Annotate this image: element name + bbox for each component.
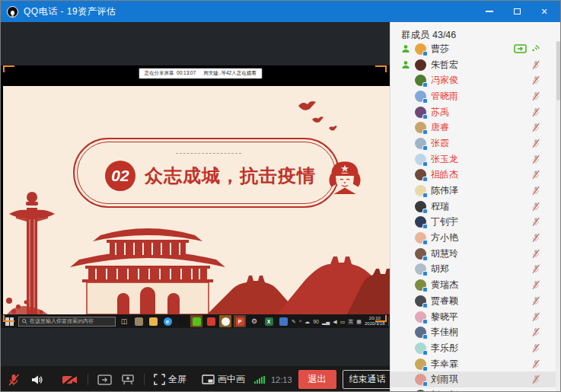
member-name: 丁钊宇 bbox=[431, 215, 458, 228]
member-list: 曹莎朱哲宏冯家俊管晓雨苏禹唐睿张霞张玉龙祖皓杰陈伟泽程瑞丁钊宇方小艳胡慧玲胡郑黄… bbox=[390, 41, 561, 392]
member-name: 张霞 bbox=[431, 137, 449, 150]
mobile-online-badge bbox=[422, 82, 428, 88]
slide-title-frame: 02 众志成城，抗击疫情 bbox=[73, 138, 339, 208]
avatar bbox=[415, 169, 426, 180]
window-title: QQ电话 - 19资产评估 bbox=[24, 5, 116, 18]
member-name: 方小艳 bbox=[431, 231, 458, 244]
volume-icon: ◀ bbox=[333, 319, 336, 324]
mobile-online-badge bbox=[422, 240, 428, 245]
close-icon: × bbox=[541, 6, 547, 17]
whiteboard-button[interactable] bbox=[121, 374, 135, 385]
avatar bbox=[415, 43, 426, 55]
file-explorer-icon bbox=[147, 315, 159, 327]
mobile-online-badge bbox=[422, 51, 428, 56]
member-row[interactable]: 刘雨新 bbox=[390, 387, 561, 392]
call-duration: 12:13 bbox=[271, 375, 292, 384]
close-button[interactable]: × bbox=[534, 4, 554, 19]
mic-muted-icon bbox=[531, 107, 540, 117]
fullscreen-button[interactable]: 全屏 bbox=[154, 373, 186, 386]
red-app-icon bbox=[205, 315, 217, 327]
mic-muted-icon bbox=[531, 359, 540, 369]
avatar bbox=[415, 154, 426, 165]
avatar bbox=[415, 107, 426, 118]
mobile-online-badge bbox=[422, 334, 428, 339]
mic-muted-icon bbox=[531, 202, 540, 212]
exit-button[interactable]: 退出 bbox=[298, 370, 336, 389]
member-row[interactable]: 冯家俊 bbox=[390, 72, 561, 88]
member-row[interactable]: 陈伟泽 bbox=[390, 183, 561, 199]
member-row[interactable]: 张玉龙 bbox=[390, 151, 561, 167]
divider bbox=[88, 374, 88, 385]
minimize-button[interactable] bbox=[480, 4, 499, 19]
member-name: 曹莎 bbox=[431, 43, 449, 56]
member-row[interactable]: 唐睿 bbox=[390, 120, 561, 135]
member-name: 张玉龙 bbox=[431, 153, 458, 166]
mic-muted-icon bbox=[531, 139, 540, 148]
member-row[interactable]: 黄瑞杰 bbox=[390, 277, 561, 293]
member-name: 李幸霖 bbox=[431, 358, 458, 371]
mobile-online-badge bbox=[422, 161, 428, 167]
member-name: 贾睿颖 bbox=[431, 295, 458, 308]
language-indicator: 英 bbox=[348, 319, 353, 324]
mobile-online-badge bbox=[422, 114, 428, 120]
member-row[interactable]: 李乐彤 bbox=[390, 340, 561, 356]
member-row[interactable]: 李佳桐 bbox=[390, 324, 561, 340]
mobile-online-badge bbox=[422, 177, 428, 182]
share-screen-button[interactable] bbox=[97, 374, 112, 385]
members-scrollbar[interactable] bbox=[556, 41, 561, 392]
member-row[interactable]: 张霞 bbox=[390, 135, 561, 151]
member-row[interactable]: 胡郑 bbox=[390, 262, 561, 278]
task-view-icon: ◫ bbox=[118, 315, 130, 327]
member-row[interactable]: 管晓雨 bbox=[390, 88, 561, 104]
member-row[interactable]: 曹莎 bbox=[390, 41, 561, 57]
mic-muted-icon bbox=[531, 296, 540, 306]
avatar bbox=[415, 122, 426, 133]
shared-windows-taskbar: 在这里输入你要搜索的内容 ◫eP⚙X ✎^☁90▂▄◀▭英▦ 20:10 202… bbox=[1, 314, 390, 328]
member-row[interactable]: 祖皓杰 bbox=[390, 167, 561, 183]
search-placeholder: 在这里输入你要搜索的内容 bbox=[30, 317, 94, 325]
mic-muted-icon bbox=[531, 60, 540, 70]
mic-muted-icon bbox=[531, 91, 540, 101]
qq-call-window: QQ电话 - 19资产评估 × 正在分享屏幕 00:13:07 周文婕..等42… bbox=[0, 0, 561, 392]
avatar bbox=[415, 75, 426, 86]
mobile-online-badge bbox=[422, 366, 428, 371]
member-name: 祖皓杰 bbox=[431, 168, 458, 181]
picture-in-picture-button[interactable]: 画中画 bbox=[202, 373, 245, 386]
mobile-online-badge bbox=[422, 98, 428, 104]
avatar bbox=[415, 343, 426, 354]
member-row[interactable]: 方小艳 bbox=[390, 230, 561, 246]
maximize-button[interactable] bbox=[507, 4, 527, 19]
excel-icon: X bbox=[263, 315, 275, 327]
pip-label: 画中画 bbox=[218, 373, 245, 386]
share-region-marker bbox=[375, 65, 387, 72]
member-row[interactable]: 李幸霖 bbox=[390, 356, 561, 372]
titlebar: QQ电话 - 19资产评估 × bbox=[1, 1, 560, 22]
taskbar-search-input: 在这里输入你要搜索的内容 bbox=[18, 317, 116, 327]
scrollbar-thumb[interactable] bbox=[556, 41, 560, 100]
member-row[interactable]: 贾睿颖 bbox=[390, 293, 561, 309]
member-row[interactable]: 苏禹 bbox=[390, 104, 561, 120]
avatar bbox=[415, 279, 426, 291]
speaker-button[interactable] bbox=[30, 373, 43, 387]
end-call-button[interactable]: 结束通话 bbox=[343, 370, 390, 389]
member-row[interactable]: 朱哲宏 bbox=[390, 57, 561, 73]
member-name: 黎晓平 bbox=[431, 311, 458, 323]
share-display-area: 正在分享屏幕 00:13:07 周文婕..等42人正在观看 bbox=[1, 22, 390, 392]
edge-icon: e bbox=[161, 315, 174, 327]
member-row[interactable]: 丁钊宇 bbox=[390, 215, 561, 231]
mobile-online-badge bbox=[422, 256, 428, 261]
divider bbox=[144, 374, 145, 385]
member-row[interactable]: 胡慧玲 bbox=[390, 246, 561, 262]
member-name: 黄瑞杰 bbox=[431, 279, 458, 292]
member-row[interactable]: 黎晓平 bbox=[390, 309, 561, 325]
mobile-online-badge bbox=[422, 224, 428, 229]
store-icon bbox=[132, 315, 145, 327]
camera-off-button[interactable] bbox=[62, 374, 78, 386]
in-call-person-icon bbox=[401, 60, 410, 69]
avatar bbox=[415, 216, 426, 228]
microphone-muted-button[interactable] bbox=[7, 373, 21, 387]
avatar bbox=[415, 263, 426, 275]
member-row[interactable]: 刘雨琪 bbox=[390, 371, 561, 387]
member-row[interactable]: 程瑞 bbox=[390, 199, 561, 215]
mic-muted-icon bbox=[531, 123, 540, 132]
